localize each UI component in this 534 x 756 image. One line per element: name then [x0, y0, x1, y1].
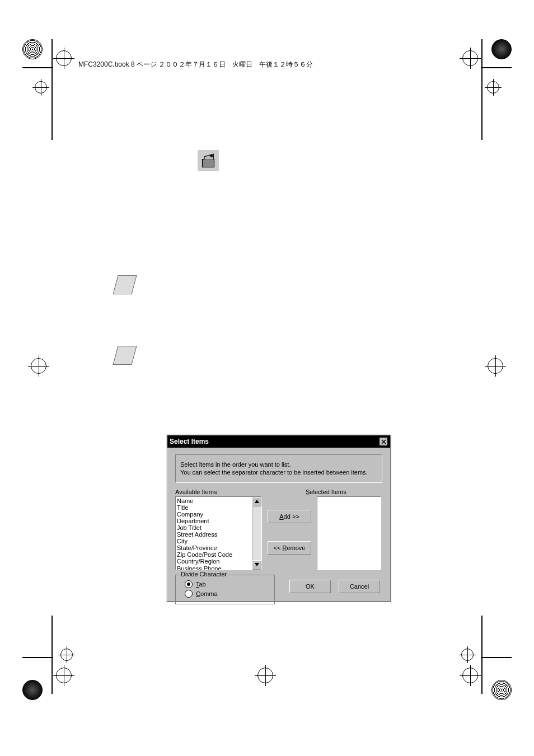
add-button[interactable]: Add >> [268, 510, 311, 523]
registration-mark-icon [488, 358, 503, 374]
list-item[interactable]: Company [177, 511, 260, 518]
crop-ornament-icon [22, 680, 43, 700]
selected-items-listbox[interactable] [317, 496, 381, 570]
svg-point-1 [210, 155, 213, 158]
list-item[interactable]: Title [177, 504, 260, 511]
registration-mark-icon [257, 668, 273, 683]
list-item[interactable]: Job Titlet [177, 524, 260, 531]
ok-button[interactable]: OK [289, 580, 331, 593]
scrollbar[interactable] [252, 497, 261, 570]
select-items-dialog: Select Items Select items in the order y… [166, 434, 391, 602]
svg-rect-0 [203, 159, 214, 167]
list-item[interactable]: Country/Region [177, 558, 260, 565]
list-item[interactable]: Name [177, 497, 260, 504]
registration-mark-icon [461, 649, 474, 661]
info-line2: You can select the separator character t… [180, 468, 377, 476]
selected-items-label: elected Items [310, 489, 346, 495]
divide-character-legend: Divide Character [179, 571, 228, 577]
crop-ornament-icon [491, 680, 512, 700]
registration-mark-icon [462, 50, 478, 66]
list-item[interactable]: Zip Code/Post Code [177, 551, 260, 558]
close-icon [381, 439, 386, 444]
available-items-label: Available Items [175, 489, 254, 495]
registration-mark-icon [487, 81, 499, 93]
note-icon [113, 346, 137, 365]
dialog-title: Select Items [170, 438, 209, 445]
remove-button[interactable]: << Remove [268, 541, 311, 555]
crop-ornament-icon [22, 39, 43, 59]
registration-mark-icon [56, 50, 72, 66]
available-items-listbox[interactable]: Name Title Company Department Job Titlet… [175, 496, 262, 570]
list-item[interactable]: City [177, 538, 260, 544]
registration-mark-icon [35, 81, 47, 93]
close-button[interactable] [379, 437, 388, 446]
crop-ornament-icon [491, 39, 512, 59]
registration-mark-icon [31, 358, 46, 374]
list-item[interactable]: State/Province [177, 544, 260, 551]
scroll-up-button[interactable] [252, 497, 261, 506]
scroll-down-button[interactable] [252, 560, 261, 570]
registration-mark-icon [56, 668, 72, 683]
divide-character-group: Divide Character Tab Comma [175, 575, 275, 604]
list-item[interactable]: Business Phone [177, 565, 260, 570]
page-header: MFC3200C.book 8 ページ ２００２年７月１６日 火曜日 午後１２時… [78, 60, 313, 69]
radio-tab[interactable]: Tab [185, 580, 270, 588]
list-item[interactable]: Department [177, 518, 260, 524]
chevron-down-icon [255, 563, 259, 566]
chevron-up-icon [255, 500, 259, 503]
list-item[interactable]: Street Address [177, 531, 260, 538]
registration-mark-icon [462, 668, 478, 683]
registration-mark-icon [60, 649, 73, 661]
note-icon [113, 275, 137, 294]
dialog-titlebar: Select Items [167, 435, 390, 448]
toolbar-icon [198, 150, 219, 171]
info-line1: Select items in the order you want to li… [180, 461, 377, 468]
dialog-description: Select items in the order you want to li… [175, 454, 382, 483]
cancel-button[interactable]: Cancel [339, 580, 380, 593]
radio-comma[interactable]: Comma [185, 590, 270, 598]
